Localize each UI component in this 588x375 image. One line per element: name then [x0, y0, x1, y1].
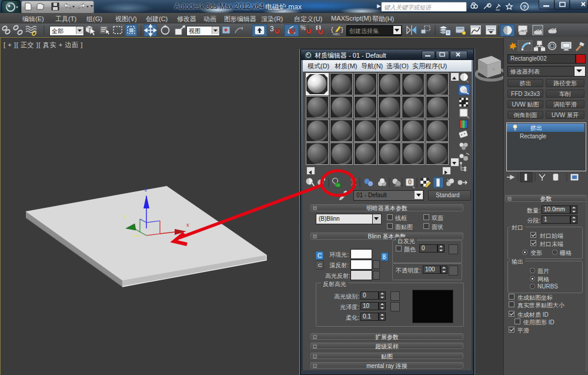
svg-text:前: 前 [480, 65, 483, 69]
svg-text:%: % [300, 25, 306, 31]
svg-text:⊂: ⊂ [318, 262, 322, 268]
svg-text:?: ? [523, 4, 526, 10]
svg-text:C: C [318, 253, 322, 259]
svg-text:0: 0 [408, 179, 412, 185]
svg-text:8: 8 [383, 254, 386, 260]
svg-text:x: x [186, 222, 189, 228]
svg-text:z: z [145, 187, 148, 193]
svg-text:右: 右 [492, 67, 495, 71]
svg-text:y: y [123, 213, 126, 219]
svg-text:}: } [341, 26, 343, 33]
svg-text:3: 3 [270, 25, 274, 33]
svg-text:ABC: ABC [333, 32, 340, 36]
